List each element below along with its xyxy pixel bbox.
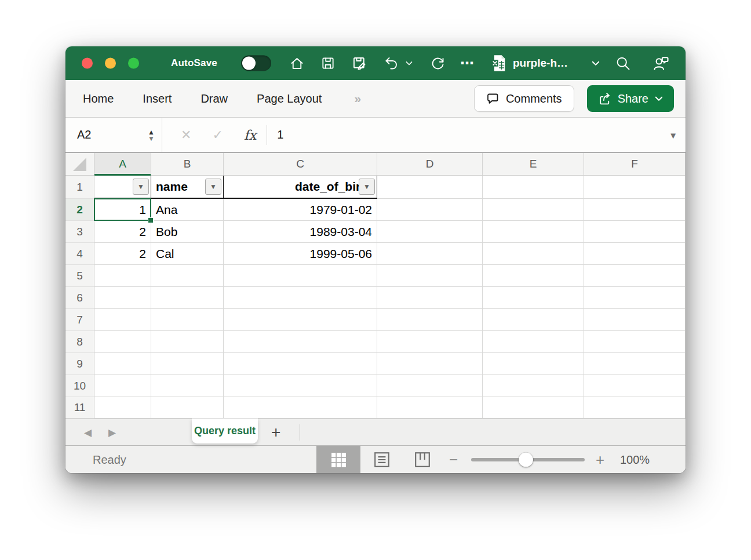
cell-E10[interactable]: [483, 375, 584, 397]
close-window-button[interactable]: [82, 58, 93, 69]
cell-E8[interactable]: [483, 331, 584, 353]
cell-A5[interactable]: [94, 265, 151, 287]
previous-sheet-icon[interactable]: ◀: [84, 426, 92, 438]
cell-D8[interactable]: [377, 331, 483, 353]
cell-D6[interactable]: [377, 287, 483, 309]
column-header-F[interactable]: F: [584, 153, 686, 175]
zoom-slider-knob[interactable]: [519, 452, 533, 467]
cell-D2[interactable]: [377, 199, 483, 221]
share-button[interactable]: Share: [587, 85, 674, 112]
cell-E9[interactable]: [483, 353, 584, 375]
cell-D9[interactable]: [377, 353, 483, 375]
cancel-entry-icon[interactable]: ✕: [181, 128, 191, 143]
cell-F11[interactable]: [584, 397, 686, 419]
filename-chevron-down-icon[interactable]: [587, 54, 604, 72]
row-header-7[interactable]: 7: [65, 309, 94, 331]
column-header-D[interactable]: D: [377, 153, 483, 175]
cell-A9[interactable]: [94, 353, 151, 375]
tab-insert[interactable]: Insert: [143, 92, 172, 106]
cell-E7[interactable]: [483, 309, 584, 331]
document-title[interactable]: purple-h…: [513, 57, 568, 70]
cell-B9[interactable]: [151, 353, 224, 375]
cell-C1[interactable]: date_of_birth▼: [224, 176, 377, 199]
zoom-in-button[interactable]: +: [596, 450, 604, 468]
cell-D1[interactable]: [377, 176, 483, 199]
cell-A10[interactable]: [94, 375, 151, 397]
cell-F9[interactable]: [584, 353, 686, 375]
cell-B1[interactable]: name▼: [151, 176, 224, 199]
cell-F6[interactable]: [584, 287, 686, 309]
cell-C3[interactable]: 1989-03-04: [224, 221, 377, 243]
select-all-button[interactable]: [65, 153, 94, 175]
cell-D10[interactable]: [377, 375, 483, 397]
cell-E6[interactable]: [483, 287, 584, 309]
cell-A6[interactable]: [94, 287, 151, 309]
filter-button-A[interactable]: ▼: [133, 179, 149, 195]
cell-D5[interactable]: [377, 265, 483, 287]
cell-B10[interactable]: [151, 375, 224, 397]
people-icon[interactable]: [652, 54, 670, 72]
undo-icon[interactable]: [382, 54, 400, 72]
filter-button-B[interactable]: ▼: [205, 179, 221, 195]
cell-E3[interactable]: [483, 221, 584, 243]
row-header-8[interactable]: 8: [65, 331, 94, 353]
name-box[interactable]: A2 ▲ ▼: [65, 118, 162, 152]
sheet-tab-query-result[interactable]: Query result: [192, 419, 258, 443]
row-header-10[interactable]: 10: [65, 375, 94, 397]
save-as-icon[interactable]: [351, 54, 368, 72]
cell-D11[interactable]: [377, 397, 483, 419]
autosave-toggle[interactable]: [241, 56, 271, 71]
cell-A11[interactable]: [94, 397, 151, 419]
cell-B6[interactable]: [151, 287, 224, 309]
cell-F7[interactable]: [584, 309, 686, 331]
fullscreen-window-button[interactable]: [128, 58, 139, 69]
cell-F1[interactable]: [584, 176, 686, 199]
ribbon-overflow-chevron[interactable]: »: [354, 92, 361, 106]
cell-F4[interactable]: [584, 243, 686, 265]
next-sheet-icon[interactable]: ▶: [108, 426, 116, 438]
cell-C5[interactable]: [224, 265, 377, 287]
expand-formula-bar-icon[interactable]: ▼: [669, 130, 677, 140]
cell-C9[interactable]: [224, 353, 377, 375]
cell-B4[interactable]: Cal: [151, 243, 224, 265]
insert-function-icon[interactable]: fx: [244, 128, 256, 143]
filter-button-C[interactable]: ▼: [359, 179, 375, 195]
tab-page-layout[interactable]: Page Layout: [257, 92, 322, 106]
zoom-slider[interactable]: [471, 458, 585, 461]
row-header-5[interactable]: 5: [65, 265, 94, 287]
row-header-6[interactable]: 6: [65, 287, 94, 309]
cell-D4[interactable]: [377, 243, 483, 265]
tab-draw[interactable]: Draw: [200, 92, 228, 106]
cell-B11[interactable]: [151, 397, 224, 419]
row-header-4[interactable]: 4: [65, 243, 94, 265]
spinner-down-icon[interactable]: ▼: [148, 135, 155, 141]
cell-B7[interactable]: [151, 309, 224, 331]
save-icon[interactable]: [319, 54, 337, 72]
cell-A2[interactable]: 1: [94, 199, 151, 221]
zoom-level[interactable]: 100%: [620, 453, 650, 466]
cell-C2[interactable]: 1979-01-02: [224, 199, 377, 221]
cell-D7[interactable]: [377, 309, 483, 331]
row-header-2[interactable]: 2: [65, 199, 94, 221]
home-icon[interactable]: [288, 54, 305, 72]
minimize-window-button[interactable]: [105, 58, 116, 69]
cell-F3[interactable]: [584, 221, 686, 243]
cell-C10[interactable]: [224, 375, 377, 397]
cell-F2[interactable]: [584, 199, 686, 221]
cell-C7[interactable]: [224, 309, 377, 331]
cell-C6[interactable]: [224, 287, 377, 309]
page-break-view-button[interactable]: [412, 449, 433, 470]
tab-home[interactable]: Home: [83, 92, 114, 106]
cell-A1[interactable]: id▼: [94, 176, 151, 199]
comments-button[interactable]: Comments: [474, 85, 574, 112]
cell-F5[interactable]: [584, 265, 686, 287]
redo-icon[interactable]: [429, 54, 446, 72]
column-header-C[interactable]: C: [224, 153, 377, 175]
zoom-out-button[interactable]: −: [449, 450, 458, 468]
cell-A4[interactable]: 2: [94, 243, 151, 265]
cell-B2[interactable]: Ana: [151, 199, 224, 221]
cell-E5[interactable]: [483, 265, 584, 287]
cell-C4[interactable]: 1999-05-06: [224, 243, 377, 265]
cell-F8[interactable]: [584, 331, 686, 353]
cell-C11[interactable]: [224, 397, 377, 419]
